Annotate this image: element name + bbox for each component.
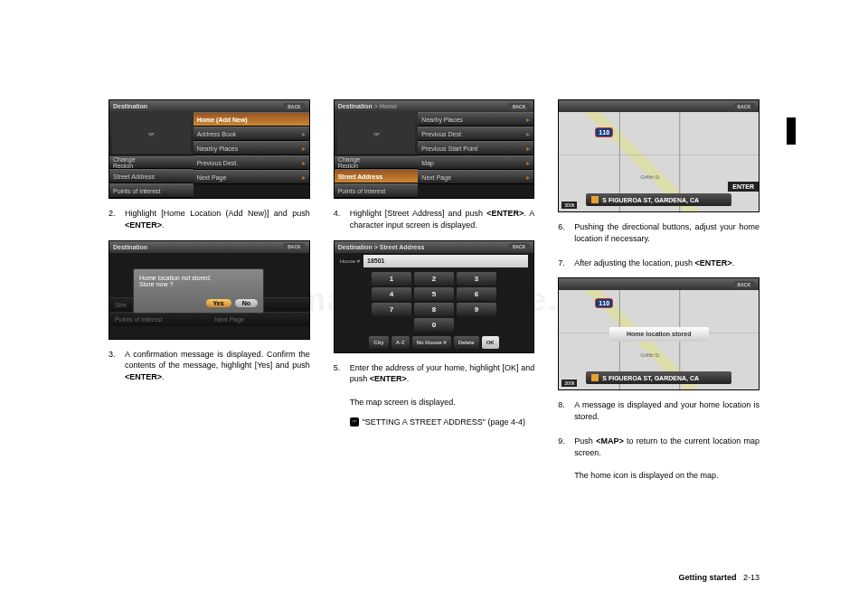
step-9-sub: The home icon is displayed on the map.: [574, 470, 760, 482]
map-scale: 300ft: [561, 380, 577, 387]
nav-breadcrumb: > Home: [373, 103, 397, 109]
dialog-msg-2: Store now ?: [139, 281, 258, 287]
step-number: 6.: [558, 221, 569, 245]
key-7[interactable]: 7: [372, 303, 411, 316]
street-address-button[interactable]: Street Address: [335, 169, 419, 183]
interstate-shield-icon: 110: [595, 298, 613, 308]
step-4: 4. Highlight [Street Address] and push <…: [334, 208, 535, 231]
change-region-button[interactable]: Change Region: [109, 156, 193, 169]
key-5[interactable]: 5: [414, 287, 454, 301]
key-6[interactable]: 6: [457, 287, 496, 301]
screenshot-destination-menu: Destination BACK 🗺 Change Region Street …: [108, 99, 310, 199]
back-button[interactable]: BACK: [283, 243, 305, 250]
stored-message-bar: Home location stored: [609, 327, 709, 342]
house-number-input[interactable]: 18501: [363, 255, 528, 267]
menu-previous-dest[interactable]: Previous Dest.▸: [193, 155, 309, 170]
poi-button[interactable]: Points of Interest: [335, 183, 419, 198]
dialog-msg-1: Home location not stored.: [139, 275, 258, 281]
current-street-bar: S FIGUEROA ST, GARDENA, CA: [586, 371, 731, 384]
yes-button[interactable]: Yes: [206, 299, 231, 307]
step-5-sub: The map screen is displayed.: [350, 397, 535, 408]
nav-header: BACK: [559, 278, 759, 290]
region-map-thumb: 🗺: [337, 115, 416, 154]
section-name: Getting started: [678, 573, 736, 582]
key-9[interactable]: 9: [457, 303, 496, 316]
street-name-label: Griffith St: [640, 352, 659, 358]
screenshot-confirm-dialog: Destination BACK Stre Points of Interest…: [108, 240, 310, 340]
step-number: 7.: [558, 258, 569, 269]
back-button[interactable]: BACK: [508, 243, 530, 250]
nav-title: Destination > Street Address: [338, 244, 425, 250]
menu-prev-start[interactable]: Previous Start Point▸: [418, 141, 533, 155]
screenshot-destination-home: Destination > Home BACK 🗺 Change Region …: [334, 99, 535, 199]
arrow-icon: ▸: [302, 116, 306, 124]
key-0[interactable]: 0: [414, 318, 454, 332]
confirm-dialog: Home location not stored. Store now ? Ye…: [133, 268, 264, 314]
marker-icon: [591, 196, 599, 203]
nav-header: Destination > Street Address BACK: [335, 241, 534, 253]
menu-nearby-places[interactable]: Nearby Places▸: [193, 141, 309, 155]
reference-icon: ☞: [350, 417, 359, 427]
nav-header: Destination BACK: [109, 100, 309, 112]
step-number: 2.: [108, 208, 119, 231]
nav-title: Destination: [338, 103, 373, 109]
step-6: 6. Pushing the directional buttons, adju…: [558, 221, 760, 245]
column-2: Destination > Home BACK 🗺 Change Region …: [334, 99, 535, 482]
marker-icon: [591, 374, 599, 381]
step-number: 5.: [334, 362, 344, 386]
menu-next-page[interactable]: Next Page▸: [418, 170, 533, 184]
no-button[interactable]: No: [235, 299, 258, 307]
back-button[interactable]: BACK: [733, 281, 755, 288]
step-8: 8. A message is displayed and your home …: [558, 399, 760, 423]
delete-button[interactable]: Delete: [454, 336, 479, 349]
column-1: Destination BACK 🗺 Change Region Street …: [108, 99, 310, 482]
page-number: 2-13: [743, 573, 760, 582]
region-map-thumb: 🗺: [112, 115, 191, 154]
screenshot-keypad: Destination > Street Address BACK House …: [334, 240, 535, 353]
nav-title: Destination: [113, 103, 147, 109]
key-4[interactable]: 4: [372, 287, 411, 301]
key-1[interactable]: 1: [372, 272, 411, 286]
enter-tag: ENTER: [728, 182, 759, 192]
back-button[interactable]: BACK: [508, 103, 530, 110]
step-number: 8.: [558, 399, 569, 423]
page-footer: Getting started 2-13: [678, 573, 760, 582]
street-name-label: Griffith St: [640, 174, 659, 180]
step-5: 5. Enter the address of your home, highl…: [334, 362, 535, 386]
step-9: 9. Push <MAP> to return to the current l…: [558, 436, 760, 459]
nav-header: BACK: [559, 100, 759, 112]
menu-next-page[interactable]: Next Page▸: [193, 170, 309, 184]
street-address-button[interactable]: Street Address: [109, 169, 193, 183]
key-8[interactable]: 8: [414, 303, 454, 316]
city-button[interactable]: City: [369, 336, 388, 349]
current-street-bar: S FIGUEROA ST, GARDENA, CA: [586, 193, 731, 206]
poi-button[interactable]: Points of Interest: [109, 183, 193, 198]
interstate-shield-icon: 110: [595, 127, 613, 137]
section-tab: [787, 117, 796, 145]
change-region-button[interactable]: Change Region: [335, 156, 419, 169]
nav-header-2: Destination BACK: [109, 241, 309, 253]
nav-title: Destination: [113, 244, 147, 250]
screenshot-map-stored: BACK 110 Home location stored Griffith S…: [558, 277, 760, 390]
step-number: 3.: [108, 349, 119, 383]
menu-home-add-new[interactable]: Home (Add New)▸: [193, 112, 309, 127]
az-button[interactable]: A-Z: [392, 336, 410, 349]
menu-map[interactable]: Map▸: [418, 155, 533, 170]
key-2[interactable]: 2: [414, 272, 454, 286]
key-3[interactable]: 3: [457, 272, 496, 286]
back-button[interactable]: BACK: [733, 103, 755, 110]
ok-button[interactable]: OK: [482, 336, 499, 349]
page-content: Destination BACK 🗺 Change Region Street …: [108, 99, 760, 482]
map-scale: 300ft: [561, 202, 577, 209]
step-number: 9.: [558, 436, 569, 459]
no-house-button[interactable]: No House #: [412, 336, 451, 349]
screenshot-map-adjust: BACK 110 Griffith St ENTER S FIGUEROA ST…: [558, 99, 760, 212]
back-button[interactable]: BACK: [283, 103, 305, 110]
step-7: 7. After adjusting the location, push <E…: [558, 258, 760, 269]
step-3: 3. A confirmation message is displayed. …: [108, 349, 310, 383]
menu-nearby-places[interactable]: Nearby Places▸: [418, 112, 533, 127]
menu-address-book[interactable]: Address Book▸: [193, 127, 309, 141]
step-5-ref: ☞"SETTING A STREET ADDRESS" (page 4-4): [350, 417, 535, 428]
house-label: House #: [340, 258, 360, 264]
menu-previous-dest[interactable]: Previous Dest.▸: [418, 127, 533, 141]
